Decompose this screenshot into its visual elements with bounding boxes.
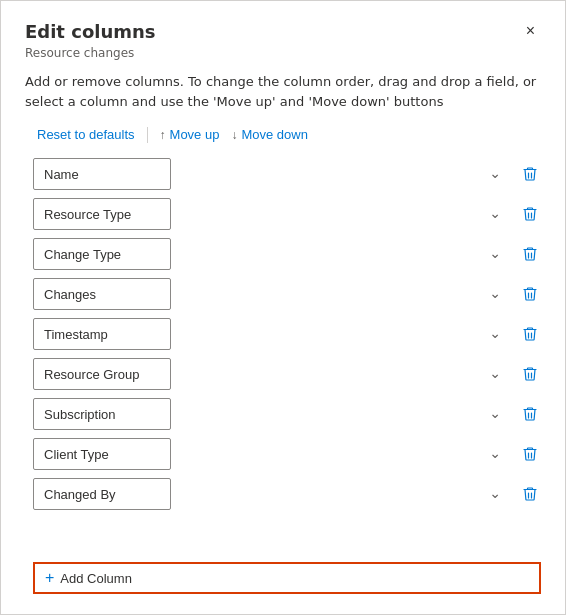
move-up-icon: ↑ [160,128,166,142]
table-row: NameResource TypeChange TypeChangesTimes… [33,478,541,510]
column-select-wrapper: NameResource TypeChange TypeChangesTimes… [33,318,511,350]
trash-icon [523,406,537,422]
delete-column-button[interactable] [519,482,541,506]
trash-icon [523,206,537,222]
reset-defaults-button[interactable]: Reset to defaults [33,125,139,144]
column-select-wrapper: NameResource TypeChange TypeChangesTimes… [33,278,511,310]
column-select[interactable]: NameResource TypeChange TypeChangesTimes… [33,358,171,390]
column-select[interactable]: NameResource TypeChange TypeChangesTimes… [33,318,171,350]
table-row: NameResource TypeChange TypeChangesTimes… [33,198,541,230]
dialog-header: Edit columns × [25,21,541,42]
columns-list: NameResource TypeChange TypeChangesTimes… [25,158,541,548]
dialog-subtitle: Resource changes [25,46,541,60]
table-row: NameResource TypeChange TypeChangesTimes… [33,358,541,390]
trash-icon [523,446,537,462]
column-select[interactable]: NameResource TypeChange TypeChangesTimes… [33,158,171,190]
move-down-icon: ↓ [231,128,237,142]
dialog-title: Edit columns [25,21,156,42]
column-select[interactable]: NameResource TypeChange TypeChangesTimes… [33,198,171,230]
plus-icon: + [45,570,54,586]
trash-icon [523,286,537,302]
trash-icon [523,246,537,262]
delete-column-button[interactable] [519,242,541,266]
column-select-wrapper: NameResource TypeChange TypeChangesTimes… [33,438,511,470]
edit-columns-dialog: Edit columns × Resource changes Add or r… [0,0,566,615]
table-row: NameResource TypeChange TypeChangesTimes… [33,278,541,310]
column-select[interactable]: NameResource TypeChange TypeChangesTimes… [33,238,171,270]
close-button[interactable]: × [520,21,541,41]
delete-column-button[interactable] [519,322,541,346]
delete-column-button[interactable] [519,362,541,386]
column-select[interactable]: NameResource TypeChange TypeChangesTimes… [33,438,171,470]
trash-icon [523,326,537,342]
column-select[interactable]: NameResource TypeChange TypeChangesTimes… [33,478,171,510]
trash-icon [523,366,537,382]
table-row: NameResource TypeChange TypeChangesTimes… [33,398,541,430]
table-row: NameResource TypeChange TypeChangesTimes… [33,238,541,270]
add-column-button[interactable]: + Add Column [33,562,541,594]
column-select[interactable]: NameResource TypeChange TypeChangesTimes… [33,278,171,310]
delete-column-button[interactable] [519,162,541,186]
column-select[interactable]: NameResource TypeChange TypeChangesTimes… [33,398,171,430]
column-select-wrapper: NameResource TypeChange TypeChangesTimes… [33,478,511,510]
delete-column-button[interactable] [519,442,541,466]
column-select-wrapper: NameResource TypeChange TypeChangesTimes… [33,158,511,190]
table-row: NameResource TypeChange TypeChangesTimes… [33,158,541,190]
delete-column-button[interactable] [519,282,541,306]
toolbar: Reset to defaults ↑ Move up ↓ Move down [33,125,541,144]
delete-column-button[interactable] [519,402,541,426]
move-down-button[interactable]: ↓ Move down [227,125,311,144]
table-row: NameResource TypeChange TypeChangesTimes… [33,318,541,350]
column-select-wrapper: NameResource TypeChange TypeChangesTimes… [33,238,511,270]
table-row: NameResource TypeChange TypeChangesTimes… [33,438,541,470]
move-up-button[interactable]: ↑ Move up [156,125,224,144]
trash-icon [523,486,537,502]
trash-icon [523,166,537,182]
toolbar-separator [147,127,148,143]
column-select-wrapper: NameResource TypeChange TypeChangesTimes… [33,198,511,230]
dialog-description: Add or remove columns. To change the col… [25,72,541,111]
delete-column-button[interactable] [519,202,541,226]
column-select-wrapper: NameResource TypeChange TypeChangesTimes… [33,398,511,430]
column-select-wrapper: NameResource TypeChange TypeChangesTimes… [33,358,511,390]
